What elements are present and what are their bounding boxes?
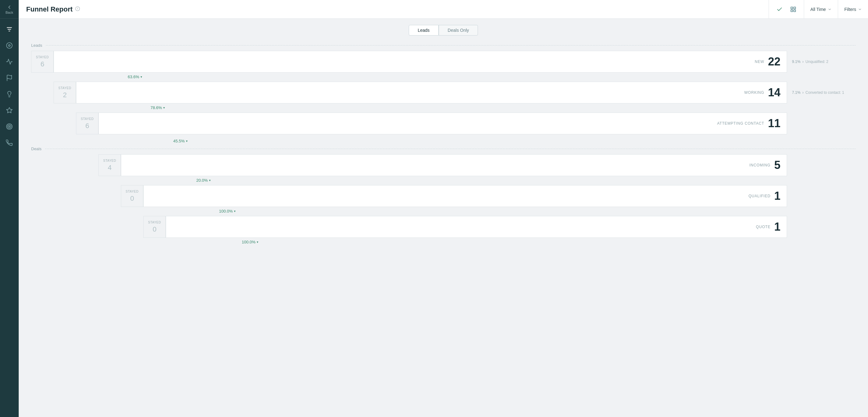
funnel-row-working: STAYED 2 WORKING 14 7.1% › Converted to …: [31, 82, 856, 112]
stage-label-new: NEW: [755, 60, 764, 64]
conv-right-quote[interactable]: 100.0% ▾: [242, 240, 258, 244]
sidebar-item-phone[interactable]: [0, 135, 19, 151]
stayed-label-incoming: STAYED: [103, 159, 116, 162]
conv-pct-attempting[interactable]: 45.5% ▾: [173, 139, 188, 143]
time-label: All Time: [810, 7, 826, 12]
bar-row-attempting: STAYED 6 ATTEMPTING CONTACT 11: [31, 113, 856, 134]
page-title: Funnel Report: [26, 5, 72, 13]
filters-button[interactable]: Filters: [838, 0, 868, 19]
right-chevron-new: ›: [802, 60, 804, 64]
right-pct-new: 9.1%: [792, 60, 800, 64]
bar-quote: QUOTE 1: [166, 216, 787, 238]
content-area: Leads Deals Only Leads STAYED 6 NEW 22 9…: [19, 19, 868, 417]
count-quote: 1: [774, 220, 780, 233]
right-extra-new: Unqualified: 2: [805, 60, 828, 64]
tab-deals-only[interactable]: Deals Only: [439, 25, 478, 35]
stayed-incoming: STAYED 4: [98, 154, 121, 176]
conv-chevron-new: ▾: [141, 75, 142, 79]
conv-row-new: 63.6% ▾: [31, 72, 856, 81]
stayed-label-qualified: STAYED: [126, 190, 138, 193]
back-button[interactable]: Back: [0, 0, 19, 19]
svg-marker-8: [6, 108, 12, 113]
view-icons: [769, 0, 804, 19]
stayed-working: STAYED 2: [54, 82, 76, 103]
bar-row-working: STAYED 2 WORKING 14 7.1% › Converted to …: [31, 82, 856, 103]
filters-chevron-icon: [858, 7, 862, 11]
stayed-new: STAYED 6: [31, 51, 54, 72]
stage-label-attempting: ATTEMPTING CONTACT: [717, 121, 764, 126]
conv-row-attempting: 45.5% ▾: [31, 137, 856, 145]
right-info-incoming: [787, 154, 856, 176]
funnel-row-quote: STAYED 0 QUOTE 1 100.0% ▾: [31, 216, 856, 246]
conv-chevron-incoming: ▾: [209, 179, 211, 182]
count-qualified: 1: [774, 189, 780, 203]
funnel-row-incoming: STAYED 4 INCOMING 5 20.0% ▾: [31, 154, 856, 184]
grid-view-button[interactable]: [787, 4, 799, 15]
count-attempting: 11: [768, 117, 780, 130]
svg-rect-16: [794, 7, 796, 9]
sidebar-item-palette[interactable]: [0, 37, 19, 54]
right-extra-working: Converted to contact: 1: [805, 90, 844, 95]
count-working: 14: [768, 86, 780, 99]
conv-pct-new[interactable]: 63.6% ▾: [128, 75, 142, 79]
svg-point-3: [6, 43, 12, 48]
sidebar-item-target[interactable]: [0, 118, 19, 135]
conv-row-working: 78.6% ▾: [31, 103, 856, 112]
stayed-value-working: 2: [63, 91, 67, 99]
tab-leads[interactable]: Leads: [409, 25, 439, 35]
funnel-row-attempting: STAYED 6 ATTEMPTING CONTACT 11: [31, 113, 856, 134]
list-view-button[interactable]: [774, 4, 785, 15]
filters-label: Filters: [844, 7, 856, 12]
time-filter[interactable]: All Time: [804, 0, 838, 19]
conv-chevron-quote: ▾: [257, 240, 258, 244]
svg-rect-15: [791, 7, 793, 9]
conv-pct-qualified[interactable]: 100.0% ▾: [219, 209, 236, 213]
svg-rect-17: [791, 10, 793, 11]
sidebar: Back: [0, 0, 19, 417]
conv-pct-incoming[interactable]: 20.0% ▾: [196, 178, 211, 183]
stage-label-quote: QUOTE: [756, 225, 771, 229]
bar-working: WORKING 14: [76, 82, 787, 103]
sidebar-item-flag[interactable]: [0, 70, 19, 86]
bar-row-incoming: STAYED 4 INCOMING 5: [31, 154, 856, 176]
count-incoming: 5: [774, 159, 780, 172]
conv-right-incoming[interactable]: 20.0% ▾: [196, 178, 211, 183]
conv-pct-quote[interactable]: 100.0% ▾: [242, 240, 258, 244]
conv-right-qualified[interactable]: 100.0% ▾: [219, 209, 236, 213]
svg-rect-18: [794, 10, 796, 11]
stayed-label-quote: STAYED: [148, 221, 161, 224]
time-chevron-icon: [828, 7, 832, 11]
right-pct-working: 7.1%: [792, 90, 800, 95]
conv-row-quote: 100.0% ▾: [31, 238, 856, 246]
stayed-label-new: STAYED: [36, 56, 49, 59]
conv-right-attempting[interactable]: 45.5% ▾: [173, 139, 188, 143]
bar-new: NEW 22: [54, 51, 787, 72]
header-title-area: Funnel Report: [19, 5, 769, 13]
back-label: Back: [6, 10, 13, 14]
deals-section: 45.5% ▾ Deals STAYED 4 INCOMING: [31, 137, 856, 246]
info-icon[interactable]: [75, 6, 80, 12]
stayed-value-quote: 0: [153, 225, 156, 233]
stage-label-qualified: QUALIFIED: [748, 194, 771, 198]
conv-chevron-attempting: ▾: [186, 139, 188, 143]
sidebar-item-funnel[interactable]: [0, 21, 19, 37]
bar-row-quote: STAYED 0 QUOTE 1: [31, 216, 856, 238]
funnel-row-qualified: STAYED 0 QUALIFIED 1 100.0% ▾: [31, 185, 856, 215]
stayed-value-attempting: 6: [85, 122, 89, 130]
svg-point-4: [8, 44, 10, 47]
stayed-qualified: STAYED 0: [121, 185, 143, 207]
bar-qualified: QUALIFIED 1: [143, 185, 787, 207]
stayed-label-working: STAYED: [58, 86, 71, 90]
conv-right-new[interactable]: 63.6% ▾: [128, 75, 142, 79]
sidebar-item-bulb[interactable]: [0, 86, 19, 102]
bar-incoming: INCOMING 5: [121, 154, 787, 176]
stayed-value-qualified: 0: [130, 195, 134, 203]
stayed-value-new: 6: [40, 60, 44, 68]
sidebar-item-star[interactable]: [0, 102, 19, 118]
conv-right-working[interactable]: 78.6% ▾: [151, 105, 165, 110]
conv-pct-working[interactable]: 78.6% ▾: [151, 105, 165, 110]
right-info-working: 7.1% › Converted to contact: 1: [787, 82, 856, 103]
conv-chevron-qualified: ▾: [234, 209, 236, 213]
sidebar-item-activity[interactable]: [0, 54, 19, 70]
stayed-quote: STAYED 0: [143, 216, 166, 238]
